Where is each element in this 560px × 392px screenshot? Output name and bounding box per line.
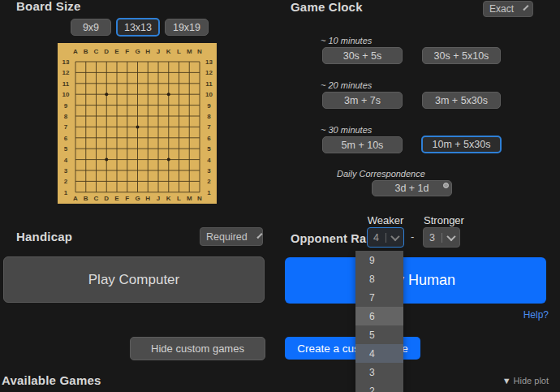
hide-custom-games-button[interactable]: Hide custom games [130,337,265,360]
handicap-select[interactable]: Required [200,227,263,246]
svg-text:B: B [84,195,88,202]
rank-option-8[interactable]: 8 [355,269,403,288]
svg-text:8: 8 [207,113,211,120]
clock-5m-10s-button[interactable]: 5m + 10s [322,136,403,153]
rank-option-7[interactable]: 7 [355,288,403,307]
handicap-select-value: Required [206,231,248,243]
stronger-rank-select[interactable]: 3 [423,227,460,248]
svg-text:1: 1 [207,189,211,196]
svg-text:12: 12 [205,69,213,76]
svg-text:11: 11 [205,80,213,88]
svg-text:8: 8 [64,113,68,120]
clock-speed-select[interactable]: Exact [483,1,533,17]
svg-text:J: J [157,195,160,202]
select-separator [442,233,442,243]
time-group-30min-label: ~ 30 minutes [321,125,372,135]
clock-3m-5x30s-button[interactable]: 3m + 5x30s [422,92,501,109]
svg-text:4: 4 [207,157,211,164]
svg-text:F: F [125,195,129,202]
chevron-down-icon [523,5,528,11]
svg-text:1: 1 [64,189,68,196]
svg-text:M: M [187,48,192,55]
play-computer-button[interactable]: Play Computer [3,256,265,303]
board-size-title: Board Size [16,0,81,13]
triangle-down-icon: ▼ [502,376,511,386]
svg-text:13: 13 [62,58,70,66]
svg-text:K: K [166,195,171,202]
svg-text:J: J [157,48,160,55]
svg-text:7: 7 [207,123,211,131]
svg-text:D: D [104,195,109,202]
chevron-down-icon [256,233,262,239]
svg-text:D: D [104,48,109,55]
svg-text:6: 6 [207,135,211,142]
weaker-rank-value: 4 [373,232,380,243]
svg-text:13: 13 [205,58,213,66]
hide-plot-label: Hide plot [514,376,549,386]
clock-3d-1d-label: 3d + 1d [394,183,429,194]
svg-text:6: 6 [64,135,68,142]
svg-text:E: E [114,48,119,55]
svg-text:5: 5 [207,145,211,153]
svg-text:B: B [84,48,88,55]
svg-text:5: 5 [64,145,68,153]
clock-3m-7s-button[interactable]: 3m + 7s [322,92,403,109]
svg-text:N: N [197,48,202,55]
svg-text:11: 11 [62,80,70,88]
svg-text:C: C [94,195,99,202]
clock-30s-5s-button[interactable]: 30s + 5s [322,47,403,64]
clock-speed-value: Exact [489,3,514,15]
svg-text:2: 2 [207,178,211,185]
stronger-rank-value: 3 [429,232,436,243]
play-human-button[interactable]: Play Human [285,257,546,304]
rank-option-9[interactable]: 9 [355,251,403,269]
svg-text:H: H [145,195,150,202]
svg-text:12: 12 [62,69,70,76]
rank-range-separator: - [411,230,414,243]
help-link[interactable]: Help? [523,309,549,321]
svg-text:9: 9 [207,102,211,110]
svg-text:10: 10 [205,91,213,98]
svg-text:L: L [177,48,181,55]
svg-text:M: M [187,195,192,202]
svg-text:3: 3 [207,167,211,174]
svg-text:G: G [135,48,140,55]
svg-text:H: H [145,48,150,55]
svg-text:9: 9 [64,102,68,110]
clock-30s-5x10s-button[interactable]: 30s + 5x10s [422,47,501,64]
svg-text:F: F [125,48,129,55]
time-group-20min-label: ~ 20 minutes [321,80,372,90]
rank-option-3[interactable]: 3 [355,363,403,381]
svg-text:A: A [73,195,78,202]
go-board-preview[interactable]: AA1313BB1212CC1111DD1010EE99FF88GG77HH66… [58,43,217,204]
board-size-9x9-button[interactable]: 9x9 [71,19,111,36]
select-separator [386,233,386,243]
available-games-title: Available Games [2,373,101,387]
time-group-10min-label: ~ 10 minutes [321,36,372,45]
svg-text:G: G [135,195,140,202]
chevron-down-icon [390,231,399,240]
board-size-13x13-button[interactable]: 13x13 [116,18,160,37]
game-clock-title: Game Clock [291,0,363,14]
rank-option-6[interactable]: 6 [355,307,403,325]
svg-text:10: 10 [62,91,70,98]
rank-option-5[interactable]: 5 [355,325,403,344]
weaker-rank-select[interactable]: 4 [367,227,404,248]
svg-text:A: A [73,48,78,55]
handicap-label: Handicap [16,230,72,243]
chevron-down-icon [446,231,455,240]
daily-correspondence-label: Daily Correspondence [337,169,425,179]
info-dot-icon [443,183,449,188]
hide-plot-toggle[interactable]: ▼ Hide plot [502,376,549,386]
svg-text:L: L [177,195,181,202]
clock-3d-1d-button[interactable]: 3d + 1d [372,180,452,196]
rank-option-2[interactable]: 2 [355,381,403,392]
weaker-rank-dropdown: 9 8 7 6 5 4 3 2 [355,251,403,392]
board-size-19x19-button[interactable]: 19x19 [165,19,209,36]
svg-text:3: 3 [64,167,68,174]
clock-10m-5x30s-button[interactable]: 10m + 5x30s [421,136,502,153]
svg-text:4: 4 [64,157,68,164]
svg-text:2: 2 [64,178,68,185]
rank-option-4[interactable]: 4 [355,344,403,363]
stronger-label: Stronger [423,214,465,226]
